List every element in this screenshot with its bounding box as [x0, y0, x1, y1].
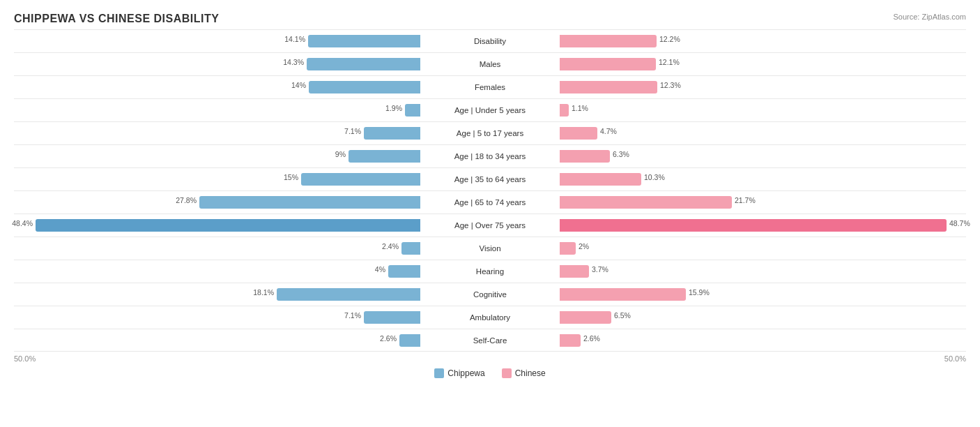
row-label: Hearing [420, 267, 560, 276]
value-right: 2% [576, 242, 589, 250]
row-label: Age | 65 to 74 years [420, 198, 560, 207]
axis-row: 50.0% 50.0% [14, 353, 966, 364]
value-left: 14.1% [284, 35, 308, 43]
bar-right: 1.1% [560, 104, 569, 117]
value-right: 6.5% [611, 311, 631, 320]
bar-left: 14.3% [307, 58, 420, 70]
row-inner: 7.1% Ambulatory 6.5% [14, 306, 966, 329]
value-left: 48.4% [12, 219, 36, 227]
row-inner: 14.3% Males 12.1% [14, 53, 966, 75]
row-inner: 27.8% Age | 65 to 74 years 21.7% [14, 191, 966, 214]
row-inner: 1.9% Age | Under 5 years 1.1% [14, 99, 966, 121]
bar-right: 2% [560, 242, 576, 255]
value-right: 21.7% [732, 196, 756, 204]
legend-chinese: Chinese [502, 368, 546, 378]
row-label: Ambulatory [420, 313, 560, 322]
chart-title: CHIPPEWA VS CHINESE DISABILITY [14, 13, 966, 25]
chart-row: 1.9% Age | Under 5 years 1.1% [14, 98, 966, 121]
bar-right: 12.1% [560, 58, 656, 70]
value-right: 48.7% [947, 219, 970, 227]
value-left: 27.8% [176, 196, 199, 204]
chart-row: 2.6% Self-Care 2.6% [14, 329, 966, 352]
bar-right: 12.2% [560, 35, 657, 47]
right-side: 21.7% [560, 191, 966, 214]
row-label: Age | Over 75 years [420, 221, 560, 230]
bar-left: 4% [388, 265, 420, 278]
bar-left: 14.1% [308, 35, 420, 47]
value-left: 15% [284, 173, 301, 181]
bar-left: 14% [309, 81, 420, 93]
chart-row: 14.3% Males 12.1% [14, 52, 966, 75]
value-right: 6.3% [610, 150, 629, 158]
row-inner: 2.6% Self-Care 2.6% [14, 329, 966, 351]
value-left: 9% [335, 150, 349, 158]
left-side: 2.4% [14, 237, 420, 260]
row-label: Self-Care [420, 336, 560, 345]
chart-row: 4% Hearing 3.7% [14, 260, 966, 283]
value-right: 1.1% [569, 104, 588, 112]
value-right: 15.9% [686, 288, 710, 297]
left-side: 15% [14, 168, 420, 190]
row-inner: 18.1% Cognitive 15.9% [14, 283, 966, 306]
left-side: 4% [14, 260, 420, 283]
bar-left: 7.1% [364, 311, 420, 324]
row-label: Males [420, 60, 560, 68]
row-label: Age | 18 to 34 years [420, 152, 560, 160]
bar-right: 6.3% [560, 150, 610, 163]
legend-chinese-label: Chinese [515, 368, 546, 378]
value-right: 4.7% [597, 127, 617, 135]
left-side: 27.8% [14, 191, 420, 214]
legend-chippewa: Chippewa [434, 368, 484, 378]
row-inner: 14% Females 12.3% [14, 76, 966, 98]
chart-row: 48.4% Age | Over 75 years 48.7% [14, 214, 966, 237]
right-side: 12.2% [560, 30, 966, 52]
chart-row: 2.4% Vision 2% [14, 237, 966, 260]
bar-right: 4.7% [560, 127, 597, 140]
value-left: 14.3% [283, 58, 307, 66]
value-right: 12.3% [657, 81, 681, 89]
row-label: Vision [420, 244, 560, 253]
legend: Chippewa Chinese [14, 368, 966, 378]
chart-row: 15% Age | 35 to 64 years 10.3% [14, 167, 966, 190]
row-label: Age | 35 to 64 years [420, 175, 560, 183]
chart-row: 7.1% Ambulatory 6.5% [14, 306, 966, 329]
right-side: 1.1% [560, 99, 966, 121]
bar-right: 10.3% [560, 173, 641, 186]
value-left: 2.4% [382, 242, 401, 250]
value-left: 4% [375, 265, 388, 274]
row-inner: 2.4% Vision 2% [14, 237, 966, 260]
right-side: 2.6% [560, 329, 966, 351]
right-side: 6.3% [560, 145, 966, 167]
row-inner: 14.1% Disability 12.2% [14, 30, 966, 52]
right-side: 12.3% [560, 76, 966, 98]
row-label: Cognitive [420, 290, 560, 299]
bar-left: 7.1% [364, 127, 420, 140]
right-side: 6.5% [560, 306, 966, 329]
right-side: 3.7% [560, 260, 966, 283]
bar-right: 6.5% [560, 311, 611, 324]
left-side: 2.6% [14, 329, 420, 351]
bar-left: 27.8% [199, 196, 420, 209]
chart-row: 9% Age | 18 to 34 years 6.3% [14, 144, 966, 167]
right-side: 4.7% [560, 122, 966, 144]
bar-left: 2.4% [401, 242, 420, 255]
right-side: 2% [560, 237, 966, 260]
bar-left: 15% [301, 173, 420, 186]
value-left: 14% [291, 81, 309, 89]
row-inner: 4% Hearing 3.7% [14, 260, 966, 283]
axis-right: 50.0% [944, 354, 966, 363]
chart-row: 14% Females 12.3% [14, 75, 966, 98]
bar-right: 12.3% [560, 81, 657, 93]
left-side: 9% [14, 145, 420, 167]
left-side: 14.3% [14, 53, 420, 75]
legend-chippewa-label: Chippewa [447, 368, 484, 378]
row-inner: 48.4% Age | Over 75 years 48.7% [14, 214, 966, 237]
value-right: 3.7% [589, 265, 608, 274]
value-left: 1.9% [385, 104, 405, 112]
bar-right: 21.7% [560, 196, 732, 209]
chart-row: 7.1% Age | 5 to 17 years 4.7% [14, 121, 966, 144]
left-side: 14.1% [14, 30, 420, 52]
bar-left: 1.9% [405, 104, 420, 117]
source-label: Source: ZipAtlas.com [893, 13, 966, 21]
bar-left: 48.4% [36, 219, 420, 232]
